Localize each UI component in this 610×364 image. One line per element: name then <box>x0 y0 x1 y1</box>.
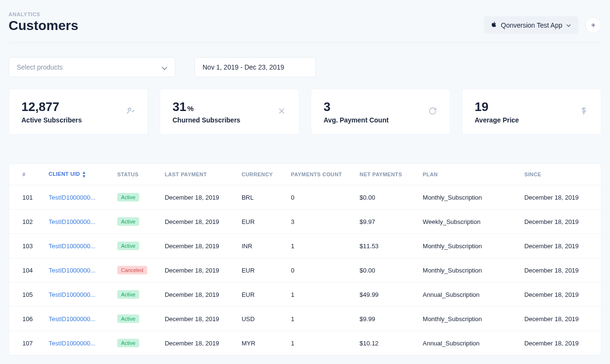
cell-status: Active <box>112 210 159 234</box>
date-range-label: Nov 1, 2019 - Dec 23, 2019 <box>203 63 284 71</box>
table-row[interactable]: 104TestID1000000...CanceledDecember 18, … <box>9 258 601 283</box>
cell-net-payments: $49.99 <box>354 283 417 307</box>
col-currency[interactable]: CURRENCY <box>236 164 285 185</box>
cell-client-uid[interactable]: TestID1000000... <box>43 331 112 355</box>
cell-status: Active <box>112 331 159 355</box>
status-badge: Active <box>117 193 139 202</box>
cell-net-payments: $10.12 <box>354 331 417 355</box>
cell-client-uid[interactable]: TestID1000000... <box>43 210 112 234</box>
cell-client-uid[interactable]: TestID1000000... <box>43 258 112 283</box>
chevron-down-icon <box>162 64 167 70</box>
stat-label: Active Subscribers <box>21 116 82 124</box>
app-selector-label: Qonversion Test App <box>501 21 562 29</box>
cell-plan: Monthly_Subscription <box>417 185 518 210</box>
app-selector[interactable]: Qonversion Test App <box>484 16 579 34</box>
add-button[interactable]: + <box>585 17 601 33</box>
col-since[interactable]: SINCE <box>518 164 601 185</box>
cell-client-uid[interactable]: TestID1000000... <box>43 234 112 258</box>
stat-value: 12,877 <box>21 100 82 114</box>
col-num[interactable]: # <box>9 164 43 185</box>
cell-net-payments: $9.99 <box>354 307 417 331</box>
product-select[interactable]: Select products <box>9 57 175 77</box>
page-title: Customers <box>9 18 78 33</box>
cell-plan: Annual_Subscription <box>417 331 518 355</box>
stat-value: 31% <box>173 100 240 114</box>
table-row[interactable]: 105TestID1000000...ActiveDecember 18, 20… <box>9 283 601 307</box>
chevron-down-icon <box>566 22 572 28</box>
customers-table: # CLIENT UID▲▼ STATUS LAST PAYMENT CURRE… <box>9 163 601 356</box>
cell-since: December 18, 2019 <box>518 258 601 283</box>
cell-plan: Weekly_Subscription <box>417 210 518 234</box>
sort-icon: ▲▼ <box>82 171 86 178</box>
cell-num: 101 <box>9 185 43 210</box>
cell-num: 105 <box>9 283 43 307</box>
cell-payments-count: 1 <box>285 307 354 331</box>
product-select-placeholder: Select products <box>17 63 63 71</box>
col-last-payment[interactable]: LAST PAYMENT <box>159 164 236 185</box>
cell-num: 107 <box>9 331 43 355</box>
cell-since: December 18, 2019 <box>518 307 601 331</box>
cell-status: Active <box>112 283 159 307</box>
cell-last-payment: December 18, 2019 <box>159 283 236 307</box>
cell-status: Active <box>112 307 159 331</box>
dollar-icon <box>579 106 589 118</box>
cell-payments-count: 0 <box>285 185 354 210</box>
cell-currency: EUR <box>236 210 285 234</box>
stat-churned-subscribers: 31% Churned Subscribers <box>160 89 299 135</box>
cell-payments-count: 1 <box>285 331 354 355</box>
cell-payments-count: 0 <box>285 258 354 283</box>
stat-active-subscribers: 12,877 Active Subscribers <box>9 89 148 135</box>
stat-label: Avg. Payment Count <box>324 116 388 124</box>
cell-client-uid[interactable]: TestID1000000... <box>43 185 112 210</box>
cell-num: 103 <box>9 234 43 258</box>
cell-plan: Annual_Subscription <box>417 283 518 307</box>
cell-net-payments: $0.00 <box>354 258 417 283</box>
cell-plan: Monthly_Subscription <box>417 258 518 283</box>
status-badge: Active <box>117 314 139 323</box>
cell-last-payment: December 18, 2019 <box>159 234 236 258</box>
cell-client-uid[interactable]: TestID1000000... <box>43 307 112 331</box>
refresh-icon <box>428 106 437 118</box>
stats-row: 12,877 Active Subscribers 31% Churned Su… <box>9 89 601 135</box>
breadcrumb: ANALYTICS <box>9 11 78 17</box>
col-net-payments[interactable]: NET PAYMENTS <box>354 164 417 185</box>
table-row[interactable]: 106TestID1000000...ActiveDecember 18, 20… <box>9 307 601 331</box>
status-badge: Canceled <box>117 266 147 274</box>
cell-last-payment: December 18, 2019 <box>159 307 236 331</box>
user-check-icon <box>126 106 135 118</box>
cell-last-payment: December 18, 2019 <box>159 210 236 234</box>
cell-status: Canceled <box>112 258 159 283</box>
table-row[interactable]: 103TestID1000000...ActiveDecember 18, 20… <box>9 234 601 258</box>
col-status[interactable]: STATUS <box>112 164 159 185</box>
cell-last-payment: December 18, 2019 <box>159 258 236 283</box>
table-header: # CLIENT UID▲▼ STATUS LAST PAYMENT CURRE… <box>9 164 601 185</box>
status-badge: Active <box>117 217 139 226</box>
stat-value: 3 <box>324 100 388 114</box>
table-row[interactable]: 101TestID1000000...ActiveDecember 18, 20… <box>9 185 601 210</box>
cell-since: December 18, 2019 <box>518 283 601 307</box>
cell-plan: Monthly_Subscription <box>417 307 518 331</box>
status-badge: Active <box>117 242 139 250</box>
cell-currency: INR <box>236 234 285 258</box>
topbar: ANALYTICS Customers Qonversion Test App … <box>9 11 601 43</box>
cell-payments-count: 1 <box>285 283 354 307</box>
cell-client-uid[interactable]: TestID1000000... <box>43 283 112 307</box>
col-payments-count[interactable]: PAYMENTS COUNT <box>285 164 354 185</box>
close-icon <box>277 106 286 118</box>
status-badge: Active <box>117 290 139 299</box>
stat-average-price: 19 Average Price <box>462 89 601 135</box>
stat-avg-payment-count: 3 Avg. Payment Count <box>311 89 450 135</box>
cell-payments-count: 3 <box>285 210 354 234</box>
cell-net-payments: $0.00 <box>354 185 417 210</box>
cell-plan: Monthly_Subscription <box>417 234 518 258</box>
table-row[interactable]: 107TestID1000000...ActiveDecember 18, 20… <box>9 331 601 355</box>
cell-num: 106 <box>9 307 43 331</box>
cell-status: Active <box>112 234 159 258</box>
stat-value: 19 <box>475 100 519 114</box>
cell-last-payment: December 18, 2019 <box>159 185 236 210</box>
cell-currency: EUR <box>236 283 285 307</box>
col-client-uid[interactable]: CLIENT UID▲▼ <box>43 164 112 185</box>
date-range-select[interactable]: Nov 1, 2019 - Dec 23, 2019 <box>194 57 316 77</box>
table-row[interactable]: 102TestID1000000...ActiveDecember 18, 20… <box>9 210 601 234</box>
col-plan[interactable]: PLAN <box>417 164 518 185</box>
